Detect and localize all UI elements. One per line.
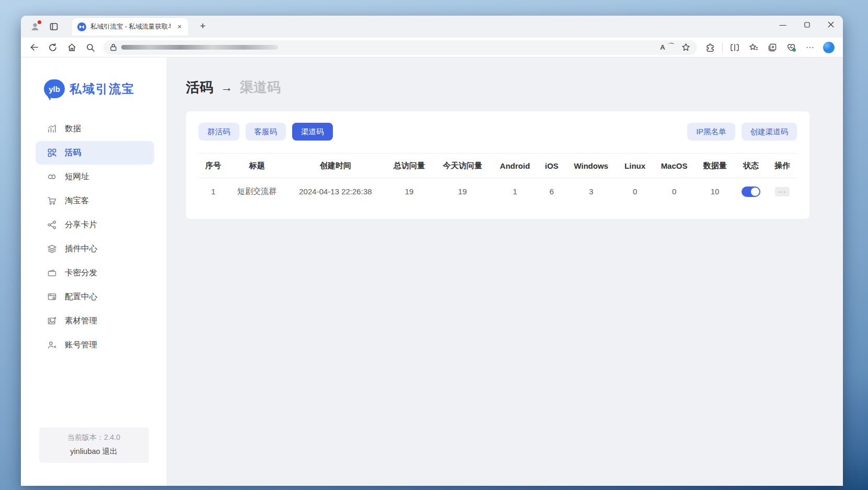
col-header-windows: Windows (565, 154, 617, 178)
col-header-android: Android (491, 154, 538, 178)
tab-group-livecode[interactable]: 群活码 (199, 123, 239, 141)
settings-window-icon (47, 292, 57, 302)
channel-code-table: 序号 标题 创建时间 总访问量 今天访问量 Android iOS Window… (199, 153, 797, 205)
sidebar-item-label: 短网址 (65, 171, 89, 182)
extensions-icon[interactable] (701, 40, 719, 55)
sidebar-item-label: 账号管理 (65, 340, 97, 351)
maximize-button[interactable] (795, 16, 819, 33)
layers-icon (47, 244, 57, 254)
col-header-created: 创建时间 (286, 154, 385, 178)
cell-total-visits: 19 (385, 178, 434, 205)
sidebar-item-plugins[interactable]: 插件中心 (36, 237, 154, 261)
desktop-background: 私域引流宝 - 私域流量获取与维护 × + — (0, 0, 868, 490)
sidebar-item-label: 插件中心 (65, 243, 97, 254)
window-controls: — (771, 16, 843, 33)
sidebar-item-label: 淘宝客 (65, 195, 89, 206)
lock-icon (110, 43, 117, 51)
col-header-ios: iOS (538, 154, 565, 178)
sidebar-item-cardkeys[interactable]: 卡密分发 (36, 261, 154, 285)
copilot-icon[interactable] (820, 40, 838, 55)
sidebar-footer: 当前版本：2.4.0 yinliubao 退出 (39, 427, 149, 463)
tab-channel-code[interactable]: 渠道码 (292, 123, 333, 141)
sidebar: ylb 私域引流宝 数据 活码 (21, 57, 167, 486)
browser-toolbar: A⌒ ··· (21, 38, 843, 57)
search-icon[interactable] (82, 40, 99, 55)
sidebar-item-label: 数据 (65, 123, 81, 134)
status-toggle[interactable] (742, 186, 760, 197)
cell-today-visits: 19 (433, 178, 491, 205)
table-header-row: 序号 标题 创建时间 总访问量 今天访问量 Android iOS Window… (199, 154, 797, 178)
cell-windows: 3 (565, 178, 617, 205)
version-label: 当前版本：2.4.0 (43, 433, 145, 442)
col-header-index: 序号 (199, 154, 228, 178)
col-header-actions: 操作 (768, 154, 797, 178)
tab-close-icon[interactable]: × (175, 22, 184, 31)
sidebar-item-config[interactable]: 配置中心 (36, 285, 154, 309)
refresh-icon[interactable] (44, 40, 62, 55)
image-upload-icon (47, 316, 57, 326)
col-header-total-visits: 总访问量 (385, 154, 434, 178)
read-aloud-icon[interactable]: A⌒ (659, 41, 674, 54)
cell-title: 短剧交流群 (228, 178, 286, 205)
cell-status (734, 178, 767, 205)
cell-created: 2024-04-13 22:26:38 (286, 178, 385, 205)
minimize-button[interactable]: — (771, 16, 795, 33)
cell-ios: 6 (538, 178, 565, 205)
sidebar-item-sharecard[interactable]: 分享卡片 (36, 213, 154, 237)
browser-tab[interactable]: 私域引流宝 - 私域流量获取与维护 × (72, 18, 188, 36)
sidebar-item-materials[interactable]: 素材管理 (36, 309, 154, 333)
breadcrumb-current: 渠道码 (240, 78, 281, 97)
collections-icon[interactable] (763, 40, 781, 55)
cell-datacount: 10 (696, 178, 734, 205)
sidebar-nav: 数据 活码 短网址 (21, 117, 167, 357)
tab-favicon-icon (77, 22, 86, 31)
browser-window: 私域引流宝 - 私域流量获取与维护 × + — (21, 16, 843, 486)
cell-android: 1 (491, 178, 538, 205)
tab-actions-menu-icon[interactable] (46, 19, 62, 34)
breadcrumb-parent[interactable]: 活码 (186, 78, 213, 97)
account-logout[interactable]: yinliubao 退出 (43, 447, 145, 457)
breadcrumb-arrow-icon: → (221, 80, 233, 95)
app-content: ylb 私域引流宝 数据 活码 (21, 57, 843, 486)
profile-avatar[interactable] (27, 19, 43, 34)
logo-bubble-icon: ylb (44, 79, 65, 98)
favorites-list-icon[interactable] (745, 40, 762, 55)
toolbar-divider (722, 43, 723, 52)
sidebar-item-taobao[interactable]: 淘宝客 (36, 189, 154, 213)
sidebar-item-shorturl[interactable]: 短网址 (36, 165, 154, 189)
back-icon[interactable] (25, 40, 43, 55)
col-header-datacount: 数据量 (696, 154, 734, 178)
qr-code-icon (47, 148, 57, 158)
table-card: 群活码 客服码 渠道码 IP黑名单 创建渠道码 序号 标题 创建时间 (186, 111, 809, 219)
browser-essentials-icon[interactable] (782, 40, 800, 55)
col-header-macos: MacOS (653, 154, 696, 178)
sidebar-item-data[interactable]: 数据 (36, 117, 154, 141)
breadcrumb: 活码 → 渠道码 (186, 78, 809, 97)
table-row: 1 短剧交流群 2024-04-13 22:26:38 19 19 1 6 3 … (199, 178, 797, 205)
link-icon (47, 172, 57, 182)
col-header-status: 状态 (734, 154, 767, 178)
wallet-icon (47, 268, 57, 278)
more-menu-icon[interactable]: ··· (801, 40, 819, 55)
chart-bars-icon (47, 124, 57, 134)
notification-dot-icon (38, 20, 41, 24)
home-icon[interactable] (63, 40, 80, 55)
sidebar-item-label: 分享卡片 (65, 219, 97, 230)
close-button[interactable] (819, 16, 843, 33)
app-title: 私域引流宝 (70, 81, 135, 97)
favorite-star-icon[interactable] (678, 41, 693, 54)
sidebar-item-accounts[interactable]: 账号管理 (36, 333, 154, 357)
browser-titlebar: 私域引流宝 - 私域流量获取与维护 × + — (21, 16, 843, 38)
new-tab-button[interactable]: + (195, 19, 210, 33)
app-logo: ylb 私域引流宝 (44, 79, 167, 98)
sidebar-item-livecode[interactable]: 活码 (36, 141, 154, 165)
card-toolbar: 群活码 客服码 渠道码 IP黑名单 创建渠道码 (199, 123, 797, 141)
sidebar-item-label: 卡密分发 (65, 267, 97, 278)
col-header-today-visits: 今天访问量 (433, 154, 491, 178)
address-bar[interactable]: A⌒ (103, 40, 697, 55)
split-screen-icon[interactable] (726, 40, 744, 55)
create-channel-code-button[interactable]: 创建渠道码 (742, 123, 797, 141)
row-more-actions-button[interactable]: ··· (775, 187, 790, 196)
ip-blacklist-button[interactable]: IP黑名单 (687, 123, 735, 141)
tab-service-code[interactable]: 客服码 (246, 123, 286, 141)
